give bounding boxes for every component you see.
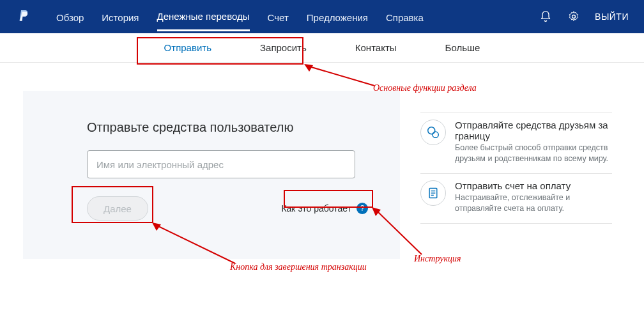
info-card-abroad[interactable]: Отправляйте средства друзьям за границу … bbox=[420, 113, 612, 173]
svg-point-0 bbox=[572, 15, 576, 19]
tab-send[interactable]: Отправить bbox=[164, 36, 211, 59]
recipient-input[interactable] bbox=[87, 150, 355, 178]
nav-account[interactable]: Счет bbox=[268, 3, 289, 31]
primary-nav: Обзор История Денежные переводы Счет Пре… bbox=[56, 2, 424, 31]
send-panel: Отправьте средства пользователю Далее Ка… bbox=[23, 91, 400, 259]
annot-label-finish: Кнопка для завершения транзакции bbox=[230, 262, 367, 272]
how-it-works-link[interactable]: Как это работает ? bbox=[281, 203, 368, 214]
tab-contacts[interactable]: Контакты bbox=[355, 36, 397, 59]
logout-link[interactable]: ВЫЙТИ bbox=[595, 12, 629, 22]
topbar: Обзор История Денежные переводы Счет Пре… bbox=[0, 0, 644, 33]
info-panel: Отправляйте средства друзьям за границу … bbox=[420, 91, 612, 259]
nav-overview[interactable]: Обзор bbox=[56, 3, 84, 31]
info-invoice-title: Отправить счет на оплату bbox=[455, 180, 612, 191]
nav-transfers[interactable]: Денежные переводы bbox=[157, 2, 250, 31]
topbar-right: ВЫЙТИ bbox=[539, 10, 629, 24]
invoice-icon bbox=[420, 180, 446, 206]
question-icon: ? bbox=[356, 203, 368, 214]
info-invoice-body: Настраивайте, отслеживайте и отправляйте… bbox=[455, 192, 612, 214]
nav-history[interactable]: История bbox=[102, 3, 139, 31]
info-card-invoice[interactable]: Отправить счет на оплату Настраивайте, о… bbox=[420, 173, 612, 224]
nav-help[interactable]: Справка bbox=[386, 3, 424, 31]
svg-point-2 bbox=[433, 132, 438, 137]
svg-point-1 bbox=[428, 127, 435, 134]
nav-offers[interactable]: Предложения bbox=[307, 3, 368, 31]
tab-more[interactable]: Больше bbox=[445, 36, 480, 59]
next-button[interactable]: Далее bbox=[87, 196, 148, 221]
how-it-works-label: Как это работает bbox=[281, 203, 351, 214]
globe-send-icon bbox=[420, 120, 446, 145]
info-abroad-body: Более быстрый способ отправки средств др… bbox=[455, 143, 612, 164]
info-abroad-title: Отправляйте средства друзьям за границу bbox=[455, 120, 612, 141]
tab-request[interactable]: Запросить bbox=[260, 36, 307, 59]
gear-icon[interactable] bbox=[567, 10, 581, 24]
content: Отправьте средства пользователю Далее Ка… bbox=[0, 63, 644, 259]
bell-icon[interactable] bbox=[539, 10, 553, 24]
paypal-logo[interactable] bbox=[18, 9, 33, 24]
panel-title: Отправьте средства пользователю bbox=[87, 120, 362, 135]
subtabs: Отправить Запросить Контакты Больше bbox=[0, 33, 644, 63]
